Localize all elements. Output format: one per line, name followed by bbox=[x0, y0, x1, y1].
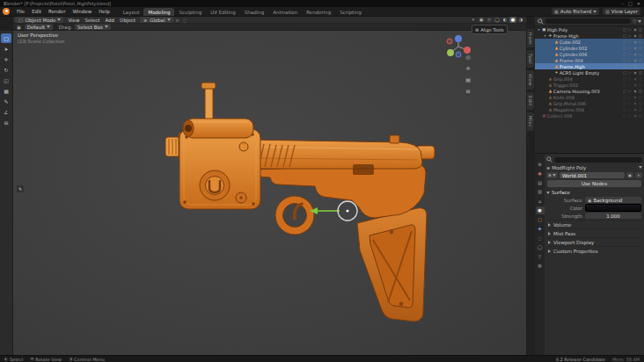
outliner-row[interactable]: ▲ Magazine.004 □ ▷ ◉ ◫ bbox=[535, 106, 644, 112]
viewport-menu-item[interactable]: Select bbox=[82, 18, 102, 23]
object-name[interactable]: Magazine.004 bbox=[553, 107, 622, 112]
workspace-tab[interactable]: Animation bbox=[268, 8, 302, 16]
properties-tab[interactable]: ◈ bbox=[536, 225, 545, 233]
menu-item[interactable]: Window bbox=[69, 8, 95, 15]
mode-dropdown[interactable]: ▢ Object Mode bbox=[15, 17, 63, 23]
strength-field[interactable]: 1.000 bbox=[585, 213, 641, 219]
outliner-row[interactable]: ▲ Grip.004 □ ▷ ◉ ◫ bbox=[535, 76, 644, 82]
outliner-row[interactable]: ▲ Cylinder.006 □ ▷ ◉ ◫ bbox=[535, 51, 644, 57]
object-name[interactable]: ACR5 Light Empty bbox=[560, 70, 622, 76]
menu-item[interactable]: Render bbox=[45, 8, 70, 15]
viewport-menu-item[interactable]: Add bbox=[102, 18, 117, 23]
outliner-row[interactable]: ▾ ✛ Frame High □ ▷ ◉ ◫ bbox=[535, 33, 644, 39]
object-name[interactable]: Camera Housing.003 bbox=[553, 89, 622, 94]
outliner-search-input[interactable] bbox=[545, 18, 631, 24]
render-visibility-toggle[interactable]: ◫ bbox=[638, 33, 643, 38]
view-layer-selector[interactable]: ▥ View Layer bbox=[603, 8, 640, 15]
close-button[interactable]: ✕ bbox=[637, 1, 640, 6]
workspace-tab[interactable]: Rendering bbox=[302, 8, 335, 16]
viewport-toggle-icon[interactable]: ◑ bbox=[517, 17, 524, 23]
gun-scene[interactable] bbox=[13, 31, 526, 355]
render-visibility-toggle[interactable]: ◫ bbox=[638, 70, 643, 75]
render-visibility-toggle[interactable]: ◫ bbox=[638, 113, 643, 118]
viewport-nav-icon[interactable]: ◎ bbox=[464, 54, 472, 60]
scene-selector[interactable]: ▦ Auto Richard bbox=[552, 8, 599, 15]
tool-button[interactable]: ∠ bbox=[1, 107, 11, 117]
color-swatch[interactable] bbox=[585, 204, 641, 212]
tool-button[interactable]: ⊞ bbox=[1, 118, 11, 127]
workspace-tab[interactable]: Modeling bbox=[143, 8, 174, 16]
tool-button[interactable]: ✛ bbox=[1, 54, 11, 64]
object-name[interactable]: High Poly bbox=[547, 27, 622, 33]
object-name[interactable]: Cube.002 bbox=[560, 40, 622, 45]
render-visibility-toggle[interactable]: ◫ bbox=[638, 46, 643, 50]
properties-tab[interactable]: ● bbox=[536, 206, 545, 214]
object-name[interactable]: Trigger.002 bbox=[553, 83, 622, 88]
id-type-dropdown[interactable]: ⊕ bbox=[546, 172, 558, 178]
outliner-row[interactable]: ▲ Cylinder.002 □ ▷ ◉ ◫ bbox=[535, 45, 644, 51]
sidebar-tab[interactable]: View bbox=[527, 70, 534, 90]
render-visibility-toggle[interactable]: ◫ bbox=[638, 101, 643, 105]
object-name[interactable]: Frame.High bbox=[560, 64, 622, 69]
sidebar-tab[interactable]: Edit bbox=[527, 92, 534, 110]
properties-tab[interactable]: ⚙ bbox=[536, 160, 545, 168]
render-visibility-toggle[interactable]: ◫ bbox=[638, 64, 643, 69]
render-visibility-toggle[interactable]: ◫ bbox=[638, 27, 643, 32]
render-visibility-toggle[interactable]: ◫ bbox=[638, 107, 643, 112]
workspace-tab[interactable]: Scripting bbox=[335, 8, 365, 16]
viewport-toggle-icon[interactable]: ▣ bbox=[478, 17, 485, 23]
snap-magnet-icon[interactable]: ∩ bbox=[175, 18, 180, 23]
filter-icon[interactable]: ▽ bbox=[633, 18, 636, 24]
outliner-row[interactable]: ▲ Trigger.002 □ ▷ ◉ ◫ bbox=[535, 82, 644, 88]
render-visibility-toggle[interactable]: ◫ bbox=[638, 58, 643, 62]
world-name-field[interactable]: World.001 bbox=[560, 172, 625, 178]
align-tools-panel[interactable]: ⊞ Align Tools bbox=[472, 25, 508, 34]
orientation-dropdown[interactable]: ⊕ Global bbox=[140, 17, 173, 23]
render-visibility-toggle[interactable]: ◫ bbox=[638, 40, 643, 44]
minimize-button[interactable]: – bbox=[622, 1, 625, 6]
properties-tab[interactable]: □ bbox=[536, 215, 545, 223]
outliner-row[interactable]: ▲ Cube.002 □ ▷ ◉ ◫ bbox=[535, 39, 644, 45]
properties-tab[interactable]: ▥ bbox=[536, 188, 545, 196]
preset-dropdown[interactable]: Default bbox=[25, 24, 53, 30]
menu-item[interactable]: Help bbox=[95, 8, 113, 15]
outliner-row[interactable]: ☀ ACR5 Light Empty □ ▷ ◉ ◫ bbox=[535, 69, 644, 76]
viewport-nav-icon[interactable]: ⊞ bbox=[464, 88, 472, 94]
maximize-button[interactable]: □ bbox=[628, 1, 633, 6]
outliner-row[interactable]: ▲ Camera Housing.003 □ ▷ ◉ ◫ bbox=[535, 88, 644, 94]
outliner-row[interactable]: ▲ Grip.Metal.006 □ ▷ ◉ ◫ bbox=[535, 100, 644, 106]
object-name[interactable]: Knife.004 bbox=[553, 95, 622, 100]
use-nodes-button[interactable]: Use Nodes bbox=[547, 180, 641, 187]
proportional-edit-icon[interactable]: ◌ bbox=[181, 18, 187, 23]
viewport-toggle-icon[interactable]: ● bbox=[509, 17, 516, 23]
properties-tab[interactable]: ◌ bbox=[536, 234, 545, 242]
outliner-row[interactable]: ▲ Knife.004 □ ▷ ◉ ◫ bbox=[535, 94, 644, 100]
chevron-down-icon[interactable] bbox=[638, 20, 641, 23]
properties-tab[interactable]: ◍ bbox=[536, 262, 545, 270]
outliner-row[interactable]: ▲ Frame.High □ ▷ ◉ ◫ bbox=[535, 63, 644, 69]
surface-value-dropdown[interactable]: ◉ Background bbox=[585, 197, 641, 203]
properties-tab[interactable]: ▤ bbox=[536, 178, 545, 186]
annotation-icon[interactable]: ✎ bbox=[17, 185, 24, 192]
viewport-menu-item[interactable]: View bbox=[65, 18, 82, 23]
collapsed-section-header[interactable]: Viewport Display bbox=[546, 237, 642, 246]
viewport-menu-item[interactable]: Object bbox=[117, 18, 138, 23]
workspace-tab[interactable]: Layout bbox=[119, 8, 144, 16]
move-gizmo[interactable] bbox=[310, 201, 357, 221]
render-visibility-toggle[interactable]: ◫ bbox=[638, 52, 643, 56]
tool-button[interactable]: ▢ bbox=[1, 33, 11, 43]
properties-tab[interactable]: ⌂ bbox=[536, 197, 545, 205]
tool-button[interactable]: ↻ bbox=[1, 65, 11, 75]
tool-button[interactable]: ✎ bbox=[1, 97, 11, 106]
menu-item[interactable]: File bbox=[13, 8, 28, 15]
blender-logo-icon[interactable] bbox=[3, 8, 10, 15]
properties-search-input[interactable] bbox=[554, 157, 642, 163]
render-visibility-toggle[interactable]: ◫ bbox=[638, 76, 643, 81]
viewport-nav-icon[interactable]: ✛ bbox=[464, 65, 472, 71]
viewport-nav-icon[interactable]: ▤ bbox=[464, 76, 472, 83]
drag-mode-dropdown[interactable]: Select Box bbox=[75, 24, 111, 30]
viewport-toggle-icon[interactable]: ◇ bbox=[486, 17, 493, 23]
sidebar-tab[interactable]: Item bbox=[527, 29, 534, 47]
tool-button[interactable]: ➤ bbox=[1, 44, 11, 54]
outliner-row[interactable]: ▲ Frame.004 □ ▷ ◉ ◫ bbox=[535, 57, 644, 63]
